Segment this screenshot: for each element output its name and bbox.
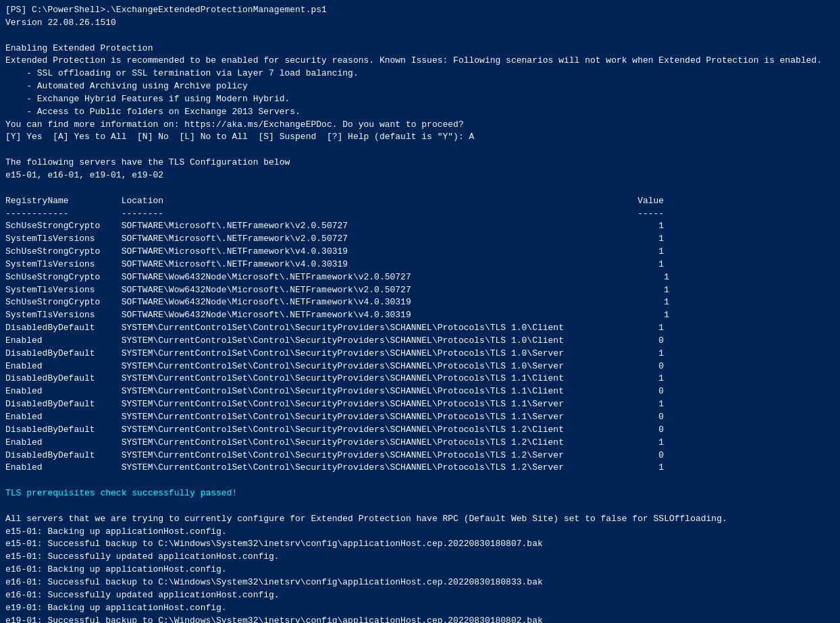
terminal-output: [PS] C:\PowerShell>.\ExchangeExtendedPro… [5, 4, 835, 623]
